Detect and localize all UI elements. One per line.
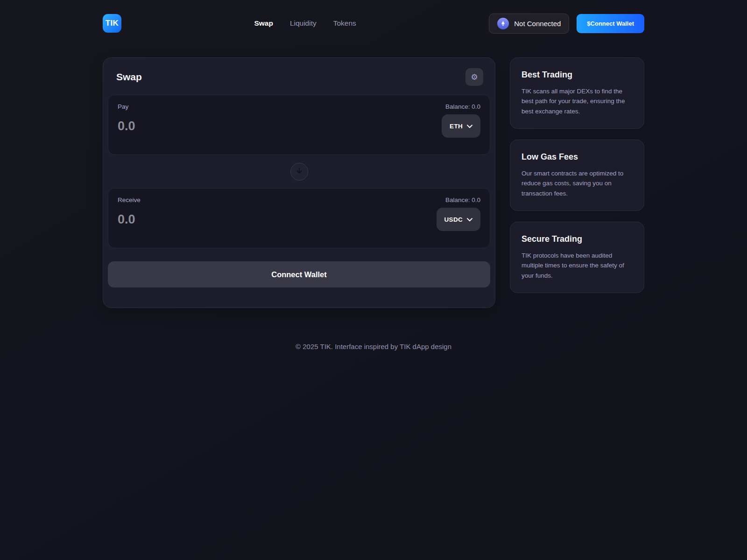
info-card-body: TIK protocols have been audited multiple… [521,251,633,280]
receive-panel-body: USDC [118,208,480,231]
info-sidebar: Best Trading TIK scans all major DEXs to… [510,57,644,308]
header-connect-wallet-button[interactable]: $Connect Wallet [577,14,644,33]
gear-icon: ⚙ [471,73,478,81]
info-card-low-gas-fees: Low Gas Fees Our smart contracts are opt… [510,140,644,211]
pay-amount-input[interactable] [118,119,442,133]
info-card-title: Low Gas Fees [521,152,633,162]
info-card-best-trading: Best Trading TIK scans all major DEXs to… [510,57,644,129]
nav-item-tokens[interactable]: Tokens [333,19,356,28]
chevron-down-icon [467,216,472,223]
receive-panel-header: Receive Balance: 0.0 [118,196,480,203]
nav-item-swap[interactable]: Swap [254,19,273,28]
info-card-secure-trading: Secure Trading TIK protocols have been a… [510,222,644,293]
wallet-status-label: Not Connected [514,20,561,28]
pay-panel-body: ETH [118,114,480,138]
swap-card-header: Swap ⚙ [108,68,490,86]
ethereum-icon [497,18,509,29]
receive-balance: Balance: 0.0 [445,196,480,203]
chevron-down-icon [467,123,472,130]
wallet-status-pill[interactable]: Not Connected [489,14,569,34]
receive-panel: Receive Balance: 0.0 USDC [108,188,490,248]
pay-panel-header: Pay Balance: 0.0 [118,103,480,110]
info-card-body: Our smart contracts are optimized to red… [521,168,633,198]
pay-panel: Pay Balance: 0.0 ETH [108,95,490,155]
settings-button[interactable]: ⚙ [465,68,483,86]
main-content: Swap ⚙ Pay Balance: 0.0 ETH [103,57,644,308]
info-card-title: Best Trading [521,70,633,80]
pay-token-symbol: ETH [450,123,463,130]
info-card-body: TIK scans all major DEXs to find the bes… [521,86,633,116]
pay-label: Pay [118,103,128,110]
receive-token-selector[interactable]: USDC [437,208,480,231]
receive-label: Receive [118,196,141,203]
info-card-title: Secure Trading [521,234,633,244]
content-container: TIK Swap Liquidity Tokens Not Connected [103,0,644,350]
pay-balance: Balance: 0.0 [445,103,480,110]
swap-connect-wallet-button[interactable]: Connect Wallet [108,261,490,287]
arrow-down-icon [295,167,303,177]
swap-direction-button[interactable] [290,163,308,181]
page-footer: © 2025 TIK. Interface inspired by TIK dA… [103,343,644,350]
footer-copyright: © 2025 TIK. Interface inspired by TIK dA… [296,343,451,350]
top-bar: TIK Swap Liquidity Tokens Not Connected [103,14,644,33]
app-logo[interactable]: TIK [103,14,121,33]
pay-token-selector[interactable]: ETH [442,114,480,138]
receive-amount-input[interactable] [118,212,437,227]
wallet-area: Not Connected $Connect Wallet [489,14,644,34]
receive-token-symbol: USDC [444,216,463,223]
nav-item-liquidity[interactable]: Liquidity [290,19,317,28]
swap-card: Swap ⚙ Pay Balance: 0.0 ETH [103,57,495,308]
main-nav: Swap Liquidity Tokens [121,19,489,28]
swap-card-title: Swap [116,71,142,83]
app-logo-text: TIK [106,19,119,28]
app-page: TIK Swap Liquidity Tokens Not Connected [0,0,747,560]
swap-direction-row [108,155,490,188]
